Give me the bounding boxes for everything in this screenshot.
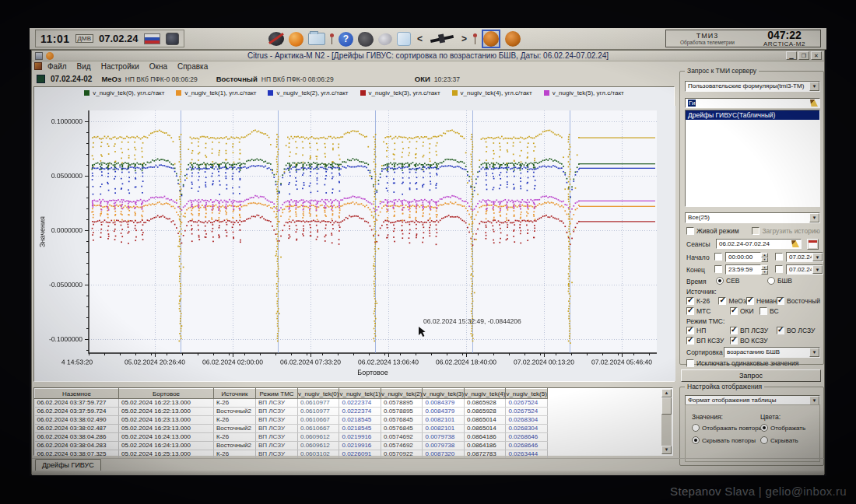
source-checkbox-МТС[interactable]: МТС — [686, 307, 730, 315]
formular-search-input[interactable]: Ги — [685, 98, 820, 108]
table-header-v_nugiv_tek(5)[interactable]: v_nugiv_tek(5) — [506, 389, 547, 399]
apple-icon-2[interactable] — [505, 31, 521, 47]
calendar-button[interactable] — [807, 239, 819, 250]
hide-repeats-radio[interactable]: Скрывать повторы — [692, 436, 756, 444]
chevron-down-icon[interactable]: ▼ — [809, 348, 819, 357]
legend-item: v_nugiv_tek(4), угл.с/такт — [452, 89, 532, 96]
table-row[interactable]: 06.02.2024 03:38:04.28305.02.2024 16:24:… — [35, 442, 548, 450]
table-cell: 0.0864186 — [464, 433, 505, 442]
formular-list-item[interactable]: Дрейфы ГИВУС(Табличный) — [686, 110, 819, 120]
show-repeats-radio[interactable]: Отображать повторы — [692, 424, 763, 432]
camera-disabled-icon[interactable] — [268, 32, 284, 46]
keyboard-layout-icon[interactable] — [166, 33, 179, 45]
pin-icon[interactable] — [330, 33, 334, 45]
sort-combo[interactable]: возрастанию БШВ▼ — [724, 347, 820, 358]
help-icon[interactable]: ? — [339, 32, 353, 47]
chevron-down-icon[interactable]: ▼ — [812, 253, 823, 261]
folder-icon[interactable] — [308, 33, 325, 45]
table-row[interactable]: 06.02.2024 03:37:59.72705.02.2024 16:22:… — [35, 399, 548, 408]
orange-fruit-icon[interactable] — [289, 32, 303, 47]
previous-arrow-icon[interactable]: < — [416, 33, 424, 44]
source-checkbox-Восточный[interactable]: Восточный — [777, 297, 820, 305]
all-filter-combo[interactable]: Все(25)▼ — [685, 212, 820, 223]
table-row[interactable]: 06.02.2024 03:38:02.49005.02.2024 16:23:… — [35, 416, 548, 425]
time-spinner[interactable]: ▲▼ — [761, 253, 768, 261]
start-date-combo[interactable]: 07.02.24▼ — [786, 252, 823, 262]
chevron-down-icon[interactable]: ▼ — [809, 82, 819, 91]
show-colors-radio[interactable]: Отображать — [760, 424, 805, 432]
tab-drift-givus[interactable]: Дрейфы ГИВУС — [35, 459, 101, 471]
pin-icon-2[interactable] — [473, 33, 477, 45]
scroll-down-button[interactable]: ▼ — [661, 446, 672, 454]
end-time-input[interactable]: 23:59:59 ▲▼ — [725, 264, 761, 275]
menu-item-Окна[interactable]: Окна — [149, 62, 167, 71]
table-header-Режим ТМС[interactable]: Режим ТМС — [256, 389, 298, 399]
time-spinner[interactable]: ▲▼ — [761, 265, 768, 274]
tms-checkbox-ВП ЛСЗУ[interactable]: ВП ЛСЗУ — [730, 327, 777, 334]
tms-checkbox-ВП КСЗУ[interactable]: ВП КСЗУ — [686, 337, 730, 345]
table-header-v_nugiv_tek(4)[interactable]: v_nugiv_tek(4) — [464, 389, 505, 399]
menu-item-Вид[interactable]: Вид — [77, 62, 91, 71]
table-cell: 05.02.2024 16:22:13.000 — [119, 408, 214, 416]
table-cell: 06.02.2024 03:37:59.724 — [35, 408, 119, 416]
source-checkbox-Неман[interactable]: Неман — [746, 297, 777, 305]
tms-checkbox-ВО ЛСЗУ[interactable]: ВО ЛСЗУ — [777, 327, 815, 334]
chevron-down-icon[interactable]: ▼ — [812, 265, 823, 274]
table-header-v_nugiv_tek(3)[interactable]: v_nugiv_tek(3) — [423, 389, 464, 399]
time-sev-radio[interactable]: СЕВ — [716, 277, 739, 285]
next-arrow-icon[interactable]: > — [460, 33, 468, 44]
mouse-icon[interactable] — [377, 31, 393, 46]
table-cell: 0.0219916 — [339, 442, 381, 450]
scroll-thumb[interactable] — [661, 397, 672, 415]
time-bshv-radio[interactable]: БШВ — [767, 277, 792, 285]
table-row[interactable]: 06.02.2024 03:38:07.32505.02.2024 16:25:… — [35, 450, 548, 459]
table-scrollbar[interactable]: ▲ ▼ — [661, 389, 672, 454]
table-cell: Восточный2 — [214, 442, 256, 450]
start-time-input[interactable]: 00:00:00 ▲▼ — [725, 252, 761, 262]
chevron-down-icon[interactable]: ▼ — [809, 213, 819, 222]
end-date-checkbox[interactable] — [775, 265, 783, 273]
scroll-up-button[interactable]: ▲ — [661, 389, 672, 397]
formular-combo[interactable]: Пользовательские формуляры(tmi3-ТМ)▼ — [685, 81, 820, 92]
table-header-Наземное[interactable]: Наземное — [35, 389, 119, 399]
hide-colors-radio[interactable]: Скрывать — [760, 436, 798, 444]
menu-item-Файл[interactable]: Файл — [47, 62, 67, 71]
clear-broom-icon[interactable] — [791, 240, 799, 247]
table-header-Источник[interactable]: Источник — [214, 389, 256, 399]
clear-broom-icon[interactable] — [810, 100, 818, 107]
source-checkbox-ВС[interactable]: ВС — [760, 307, 779, 315]
tms-checkbox-НП[interactable]: НП — [686, 327, 730, 334]
table-cell: 06.02.2024 03:37:59.727 — [35, 399, 119, 408]
menu-item-Настройки[interactable]: Настройки — [101, 62, 139, 71]
source-checkbox-МеОз[interactable]: МеОз — [718, 297, 745, 305]
end-time-checkbox[interactable] — [714, 265, 722, 273]
menu-item-Справка[interactable]: Справка — [177, 62, 208, 71]
satellite-icon[interactable] — [429, 33, 455, 44]
colors-label: Цвета: — [760, 413, 781, 421]
table-header-v_nugiv_tek(2)[interactable]: v_nugiv_tek(2) — [381, 389, 422, 399]
load-history-checkbox[interactable]: Загрузить историю — [752, 227, 820, 235]
start-date-checkbox[interactable] — [775, 253, 783, 261]
source-checkbox-К-26[interactable]: К-26 — [686, 297, 718, 305]
table-row[interactable]: 06.02.2024 03:37:59.72405.02.2024 16:22:… — [35, 408, 548, 416]
table-header-v_nugiv_tek(0)[interactable]: v_nugiv_tek(0) — [298, 389, 339, 399]
drift-plot-canvas[interactable] — [34, 106, 675, 381]
live-mode-checkbox[interactable]: Живой режим — [686, 227, 752, 235]
source-checkbox-ОКИ[interactable]: ОКИ — [730, 307, 760, 315]
query-button[interactable]: Запрос — [681, 369, 821, 382]
sessions-input[interactable]: 06.02.24-07.02.24 — [716, 239, 802, 249]
taskbar-launcher-icons: ? < > — [268, 30, 521, 47]
table-header-v_nugiv_tek(1)[interactable]: v_nugiv_tek(1) — [339, 389, 381, 399]
apple-icon-selected[interactable] — [482, 30, 500, 48]
table-row[interactable]: 06.02.2024 03:38:04.28605.02.2024 16:24:… — [35, 433, 548, 442]
table-cell: ВП ЛСЗУ — [256, 450, 298, 459]
exclude-duplicates-checkbox[interactable]: Исключать одинаковые значения — [686, 359, 798, 367]
table-row[interactable]: 06.02.2024 03:38:02.48705.02.2024 16:23:… — [35, 425, 548, 433]
eagle-icon[interactable] — [358, 32, 374, 47]
start-time-checkbox[interactable] — [714, 253, 722, 261]
ice-cube-icon[interactable] — [397, 32, 411, 46]
window-bottom-edge — [32, 471, 824, 475]
end-date-combo[interactable]: 07.02.24▼ — [786, 264, 823, 275]
tms-checkbox-ВО КСЗУ[interactable]: ВО КСЗУ — [730, 337, 768, 345]
table-header-Бортовое[interactable]: Бортовое — [119, 389, 214, 399]
